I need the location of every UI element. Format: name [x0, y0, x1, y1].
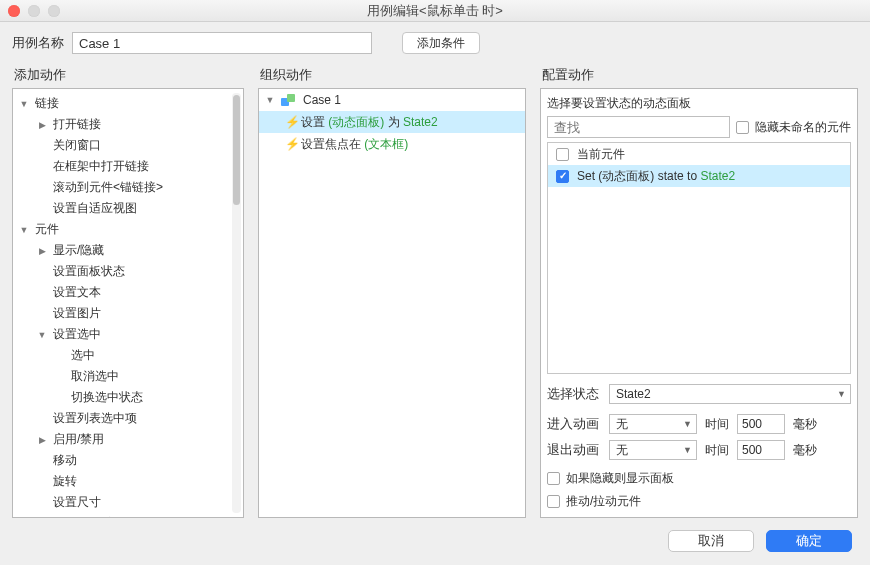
chevron-right-icon[interactable]: ▶ — [37, 246, 47, 256]
hide-unnamed-label: 隐藏未命名的元件 — [755, 119, 851, 136]
tree-item-label: 设置文本 — [53, 284, 101, 301]
enter-anim-value: 无 — [616, 416, 628, 433]
tree-item[interactable]: 设置文本 — [13, 282, 243, 303]
exit-anim-label: 退出动画 — [547, 441, 601, 459]
tree-item[interactable]: ▶打开链接 — [13, 114, 243, 135]
add-action-column: 添加动作 ▼链接▶打开链接关闭窗口在框架中打开链接滚动到元件<锚链接>设置自适应… — [12, 60, 244, 518]
action-icon: ⚡ — [285, 115, 297, 129]
select-state-combo[interactable]: State2 ▼ — [609, 384, 851, 404]
exit-anim-combo[interactable]: 无 ▼ — [609, 440, 697, 460]
select-state-label: 选择状态 — [547, 385, 601, 403]
tree-item-label: 旋转 — [53, 473, 77, 490]
tree-item[interactable]: 设置图片 — [13, 303, 243, 324]
close-window-icon[interactable] — [8, 5, 20, 17]
tree-item-label: 元件 — [35, 221, 59, 238]
tree-item-label: 设置列表选中项 — [53, 410, 137, 427]
case-icon — [281, 94, 295, 106]
chevron-down-icon: ▼ — [265, 95, 275, 105]
chevron-down-icon[interactable]: ▼ — [37, 330, 47, 340]
configure-action-panel: 选择要设置状态的动态面板 隐藏未命名的元件 当前元件 Set (动态面板) st… — [540, 88, 858, 518]
org-case-row[interactable]: ▼ Case 1 — [259, 89, 525, 111]
widget-row-dynamic-panel[interactable]: Set (动态面板) state to State2 — [548, 165, 850, 187]
tree-item[interactable]: ▼链接 — [13, 93, 243, 114]
tree-item-label: 在框架中打开链接 — [53, 158, 149, 175]
zoom-window-icon — [48, 5, 60, 17]
tree-item[interactable]: 选中 — [13, 345, 243, 366]
case-name-label: 用例名称 — [12, 34, 64, 52]
show-if-hidden-checkbox[interactable] — [547, 472, 560, 485]
cancel-button[interactable]: 取消 — [668, 530, 754, 552]
chevron-down-icon: ▼ — [837, 389, 846, 399]
widget-current-checkbox[interactable] — [556, 148, 569, 161]
enter-time-input[interactable] — [737, 414, 785, 434]
tree-item[interactable]: ▶显示/隐藏 — [13, 240, 243, 261]
tree-item[interactable]: 关闭窗口 — [13, 135, 243, 156]
exit-time-input[interactable] — [737, 440, 785, 460]
scrollbar-thumb[interactable] — [233, 95, 240, 205]
configure-action-column: 配置动作 选择要设置状态的动态面板 隐藏未命名的元件 当前元件 Set (动态面… — [540, 60, 858, 518]
select-state-row: 选择状态 State2 ▼ — [547, 384, 851, 404]
tree-item[interactable]: 设置自适应视图 — [13, 198, 243, 219]
show-if-hidden-row: 如果隐藏则显示面板 — [547, 470, 851, 487]
search-input[interactable] — [547, 116, 730, 138]
exit-time-unit: 毫秒 — [793, 442, 817, 459]
tree-item-label: 启用/禁用 — [53, 431, 104, 448]
add-action-heading: 添加动作 — [14, 66, 244, 84]
enter-time-unit: 毫秒 — [793, 416, 817, 433]
search-row: 隐藏未命名的元件 — [547, 116, 851, 138]
org-action-row-2[interactable]: ⚡ 设置焦点在 (文本框) — [259, 133, 525, 155]
chevron-right-icon[interactable]: ▶ — [37, 120, 47, 130]
tree-item-label: 链接 — [35, 95, 59, 112]
tree-item-label: 设置面板状态 — [53, 263, 125, 280]
org-case-label: Case 1 — [303, 93, 341, 107]
tree-item-label: 选中 — [71, 347, 95, 364]
main-columns: 添加动作 ▼链接▶打开链接关闭窗口在框架中打开链接滚动到元件<锚链接>设置自适应… — [0, 60, 870, 526]
chevron-down-icon[interactable]: ▼ — [19, 225, 29, 235]
enter-animation-row: 进入动画 无 ▼ 时间 毫秒 — [547, 414, 851, 434]
tree-item-label: 显示/隐藏 — [53, 242, 104, 259]
chevron-down-icon: ▼ — [683, 419, 692, 429]
tree-item[interactable]: 移动 — [13, 450, 243, 471]
target-heading: 选择要设置状态的动态面板 — [547, 95, 851, 112]
configure-action-heading: 配置动作 — [542, 66, 858, 84]
tree-item-label: 设置选中 — [53, 326, 101, 343]
chevron-right-icon[interactable]: ▶ — [37, 435, 47, 445]
tree-item[interactable]: 在框架中打开链接 — [13, 156, 243, 177]
tree-item-label: 移动 — [53, 452, 77, 469]
widget-dp-checkbox[interactable] — [556, 170, 569, 183]
titlebar: 用例编辑<鼠标单击 时> — [0, 0, 870, 22]
tree-item[interactable]: ▼设置选中 — [13, 324, 243, 345]
window-title: 用例编辑<鼠标单击 时> — [0, 2, 870, 20]
tree-item[interactable]: 切换选中状态 — [13, 387, 243, 408]
tree-item[interactable]: ▼元件 — [13, 219, 243, 240]
case-name-input[interactable] — [72, 32, 372, 54]
hide-unnamed-checkbox[interactable] — [736, 121, 749, 134]
widget-row-current[interactable]: 当前元件 — [548, 143, 850, 165]
tree-item[interactable]: 取消选中 — [13, 366, 243, 387]
org-action-row-1[interactable]: ⚡ 设置 (动态面板) 为 State2 — [259, 111, 525, 133]
organize-action-heading: 组织动作 — [260, 66, 526, 84]
minimize-window-icon — [28, 5, 40, 17]
scrollbar[interactable] — [232, 93, 241, 513]
tree-item-label: 滚动到元件<锚链接> — [53, 179, 163, 196]
tree-item-label: 置于顶层/底层 — [53, 515, 128, 517]
add-condition-button[interactable]: 添加条件 — [402, 32, 480, 54]
tree-item[interactable]: 设置列表选中项 — [13, 408, 243, 429]
org-action-1-text: 设置 (动态面板) 为 State2 — [301, 114, 438, 131]
action-icon: ⚡ — [285, 137, 297, 151]
ok-button[interactable]: 确定 — [766, 530, 852, 552]
tree-item[interactable]: ▶启用/禁用 — [13, 429, 243, 450]
tree-item[interactable]: 滚动到元件<锚链接> — [13, 177, 243, 198]
tree-item[interactable]: ▶置于顶层/底层 — [13, 513, 243, 517]
tree-item[interactable]: 旋转 — [13, 471, 243, 492]
chevron-down-icon[interactable]: ▼ — [19, 99, 29, 109]
tree-item[interactable]: 设置面板状态 — [13, 261, 243, 282]
add-action-tree[interactable]: ▼链接▶打开链接关闭窗口在框架中打开链接滚动到元件<锚链接>设置自适应视图▼元件… — [13, 89, 243, 517]
exit-animation-row: 退出动画 无 ▼ 时间 毫秒 — [547, 440, 851, 460]
push-pull-checkbox[interactable] — [547, 495, 560, 508]
widget-current-label: 当前元件 — [577, 146, 625, 163]
tree-item[interactable]: 设置尺寸 — [13, 492, 243, 513]
enter-anim-combo[interactable]: 无 ▼ — [609, 414, 697, 434]
push-pull-label: 推动/拉动元件 — [566, 493, 641, 510]
push-pull-row: 推动/拉动元件 — [547, 493, 851, 510]
